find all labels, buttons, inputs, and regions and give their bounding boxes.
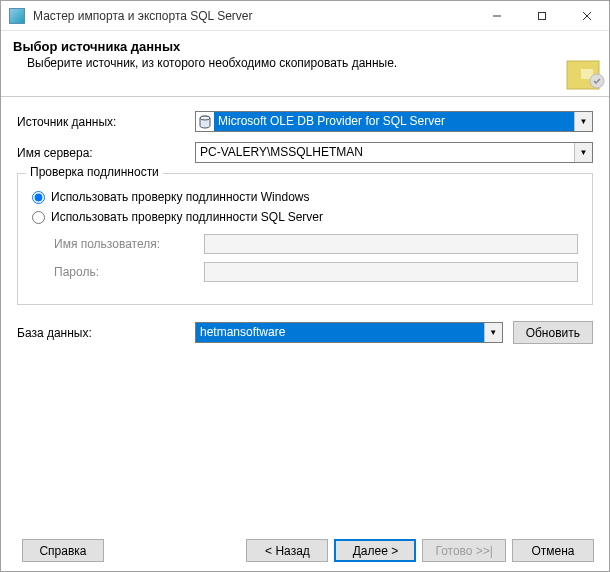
chevron-down-icon[interactable]: ▼ [574, 143, 592, 162]
chevron-down-icon[interactable]: ▼ [574, 112, 592, 131]
form-body: Источник данных: Microsoft OLE DB Provid… [1, 97, 609, 344]
maximize-button[interactable] [519, 1, 564, 30]
auth-sql-input[interactable] [32, 211, 45, 224]
auth-windows-label: Использовать проверку подлинности Window… [51, 190, 309, 204]
next-button[interactable]: Далее > [334, 539, 416, 562]
database-value: hetmansoftware [196, 323, 484, 342]
header-panel: Выбор источника данных Выберите источник… [1, 31, 609, 97]
finish-button: Готово >>| [422, 539, 506, 562]
titlebar: Мастер импорта и экспорта SQL Server [1, 1, 609, 31]
data-source-label: Источник данных: [17, 115, 195, 129]
close-button[interactable] [564, 1, 609, 30]
database-icon [196, 112, 214, 131]
auth-windows-input[interactable] [32, 191, 45, 204]
auth-sql-radio[interactable]: Использовать проверку подлинности SQL Se… [32, 210, 578, 224]
database-label: База данных: [17, 326, 195, 340]
window-title: Мастер импорта и экспорта SQL Server [33, 9, 474, 23]
help-button[interactable]: Справка [22, 539, 104, 562]
username-input [204, 234, 578, 254]
auth-credentials: Имя пользователя: Пароль: [54, 234, 578, 282]
refresh-button[interactable]: Обновить [513, 321, 593, 344]
back-button[interactable]: < Назад [246, 539, 328, 562]
chevron-down-icon[interactable]: ▼ [484, 323, 502, 342]
svg-rect-1 [538, 12, 545, 19]
wizard-icon [561, 51, 609, 99]
server-name-combo[interactable]: PC-VALERY\MSSQLHETMAN ▼ [195, 142, 593, 163]
server-name-label: Имя сервера: [17, 146, 195, 160]
data-source-value: Microsoft OLE DB Provider for SQL Server [214, 112, 574, 131]
svg-point-8 [200, 116, 210, 120]
window-controls [474, 1, 609, 30]
auth-windows-radio[interactable]: Использовать проверку подлинности Window… [32, 190, 578, 204]
password-label: Пароль: [54, 265, 204, 279]
username-label: Имя пользователя: [54, 237, 204, 251]
wizard-footer: Справка < Назад Далее > Готово >>| Отмен… [0, 539, 610, 562]
page-description: Выберите источник, из которого необходим… [27, 56, 597, 70]
auth-sql-label: Использовать проверку подлинности SQL Se… [51, 210, 323, 224]
server-name-value: PC-VALERY\MSSQLHETMAN [196, 143, 574, 162]
password-input [204, 262, 578, 282]
data-source-combo[interactable]: Microsoft OLE DB Provider for SQL Server… [195, 111, 593, 132]
minimize-button[interactable] [474, 1, 519, 30]
app-icon [9, 8, 25, 24]
auth-group-legend: Проверка подлинности [26, 165, 163, 179]
auth-group: Проверка подлинности Использовать провер… [17, 173, 593, 305]
database-combo[interactable]: hetmansoftware ▼ [195, 322, 503, 343]
cancel-button[interactable]: Отмена [512, 539, 594, 562]
page-title: Выбор источника данных [13, 39, 597, 54]
